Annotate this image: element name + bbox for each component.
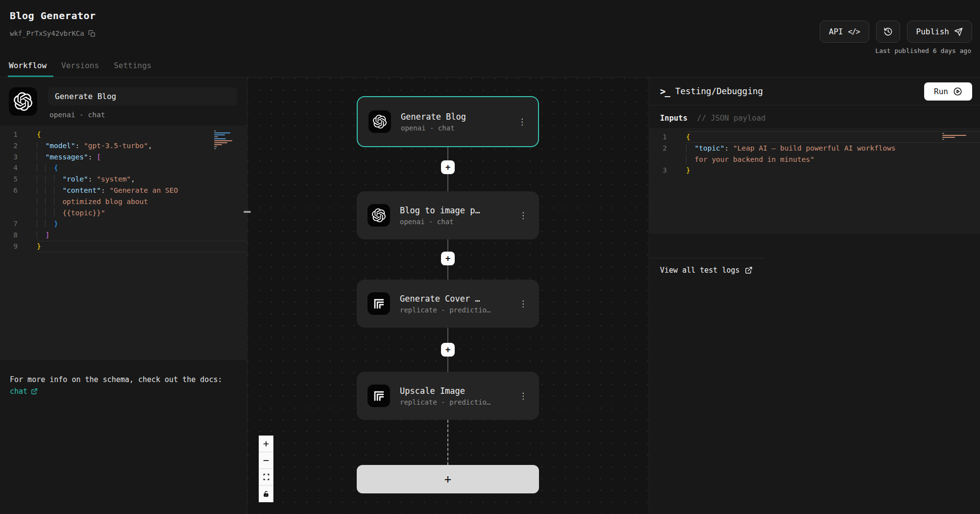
minimap bbox=[213, 128, 238, 152]
inputs-json-editor[interactable]: 1{2 "topic": "Leap AI — build powerful A… bbox=[649, 128, 980, 234]
openai-icon bbox=[368, 204, 390, 227]
workflow-id-text: wkf_PrTxSy42vbrKCa bbox=[10, 29, 84, 37]
add-step-button[interactable]: + bbox=[441, 160, 455, 174]
code-line: for your backend in minutes" bbox=[649, 154, 980, 165]
inputs-comment: // JSON payload bbox=[697, 114, 765, 123]
unlock-icon bbox=[263, 490, 270, 498]
workflow-canvas[interactable]: Generate Blog openai - chat ⋮ + Blog to … bbox=[247, 77, 649, 514]
plus-icon bbox=[262, 440, 270, 448]
run-button[interactable]: Run bbox=[924, 82, 972, 101]
code-line: 7 } bbox=[0, 218, 247, 230]
code-line: 6 "content": "Generate an SEO bbox=[0, 185, 247, 196]
api-button-label: API bbox=[829, 27, 843, 36]
run-button-label: Run bbox=[934, 87, 948, 96]
code-line: optimized blog about bbox=[0, 196, 247, 207]
code-line: 1{ bbox=[649, 131, 980, 143]
testing-panel-title: Testing/Debugging bbox=[675, 86, 763, 96]
terminal-prompt-icon: >_ bbox=[660, 86, 669, 97]
view-test-logs-link[interactable]: View all test logs bbox=[649, 258, 763, 282]
code-line: {{topic}}" bbox=[0, 207, 247, 219]
last-published-text: Last published 6 days ago bbox=[875, 47, 971, 54]
external-link-icon bbox=[745, 266, 753, 274]
send-icon bbox=[954, 27, 963, 36]
tab-versions[interactable]: Versions bbox=[61, 61, 99, 77]
code-line: 3 "messages": [ bbox=[0, 152, 247, 163]
node-menu-button[interactable]: ⋮ bbox=[518, 390, 528, 402]
zoom-in-button[interactable] bbox=[259, 436, 273, 452]
node-title: Generate Cover … bbox=[400, 294, 490, 304]
code-line: 2 "topic": "Leap AI — build powerful AI … bbox=[649, 143, 980, 154]
node-subtitle: replicate - predictio… bbox=[400, 306, 490, 314]
view-test-logs-label: View all test logs bbox=[660, 266, 740, 275]
code-line: 2 "model": "gpt-3.5-turbo", bbox=[0, 140, 247, 152]
fit-view-button[interactable] bbox=[259, 469, 273, 486]
tab-bar: Workflow Versions Settings bbox=[9, 61, 151, 77]
pending-edge-connector bbox=[447, 420, 448, 465]
external-link-icon bbox=[31, 388, 38, 395]
panel-resize-handle[interactable] bbox=[244, 211, 251, 213]
replicate-icon bbox=[368, 292, 390, 315]
docs-link[interactable]: chat bbox=[10, 386, 38, 397]
zoom-out-button[interactable] bbox=[259, 452, 273, 469]
code-line: 5 "role": "system", bbox=[0, 174, 247, 185]
app-header: Blog Generator wkf_PrTxSy42vbrKCa API </… bbox=[0, 0, 980, 77]
node-title-input[interactable] bbox=[48, 87, 237, 105]
copy-icon[interactable] bbox=[88, 30, 96, 37]
node-json-editor[interactable]: 1{2 "model": "gpt-3.5-turbo",3 "messages… bbox=[0, 126, 247, 360]
code-icon: </> bbox=[848, 27, 859, 36]
flow-node-generate-blog[interactable]: Generate Blog openai - chat ⋮ bbox=[357, 96, 539, 147]
inputs-label: Inputs bbox=[660, 114, 687, 123]
node-menu-button[interactable]: ⋮ bbox=[518, 298, 528, 310]
code-line: 3} bbox=[649, 165, 980, 176]
play-circle-icon bbox=[953, 87, 962, 96]
workflow-id: wkf_PrTxSy42vbrKCa bbox=[10, 29, 96, 37]
lock-button[interactable] bbox=[259, 486, 273, 502]
history-icon bbox=[883, 27, 893, 36]
add-step-button[interactable]: + bbox=[441, 343, 455, 357]
node-provider-label: openai - chat bbox=[49, 111, 237, 119]
openai-icon bbox=[368, 110, 391, 133]
api-button[interactable]: API </> bbox=[820, 21, 869, 43]
page-title: Blog Generator bbox=[10, 10, 96, 22]
minimap bbox=[941, 131, 971, 143]
publish-button[interactable]: Publish bbox=[907, 21, 972, 43]
add-node-button[interactable]: + bbox=[357, 465, 539, 493]
testing-panel: >_ Testing/Debugging Run Inputs // JSON … bbox=[649, 77, 980, 514]
code-line: 9} bbox=[0, 241, 247, 252]
fit-view-icon bbox=[263, 473, 270, 481]
node-subtitle: openai - chat bbox=[401, 124, 466, 132]
replicate-icon bbox=[368, 385, 390, 407]
schema-help-text: For more info on the schema, check out t… bbox=[0, 374, 247, 397]
minus-icon bbox=[262, 457, 270, 464]
code-line: 4 { bbox=[0, 162, 247, 174]
tab-settings[interactable]: Settings bbox=[114, 61, 151, 77]
history-button[interactable] bbox=[876, 21, 900, 43]
openai-icon bbox=[9, 87, 37, 116]
node-title: Generate Blog bbox=[401, 112, 466, 122]
tab-workflow[interactable]: Workflow bbox=[9, 61, 47, 77]
flow-node-generate-cover[interactable]: Generate Cover … replicate - predictio… … bbox=[357, 280, 539, 328]
node-subtitle: replicate - predictio… bbox=[400, 398, 490, 406]
inputs-header: Inputs // JSON payload bbox=[649, 105, 980, 128]
add-step-button[interactable]: + bbox=[441, 252, 455, 265]
node-title: Blog to image p… bbox=[400, 206, 480, 215]
publish-button-label: Publish bbox=[916, 27, 949, 36]
code-line: 1{ bbox=[0, 129, 247, 140]
flow-node-upscale-image[interactable]: Upscale Image replicate - predictio… ⋮ bbox=[357, 372, 539, 420]
node-title: Upscale Image bbox=[400, 386, 490, 396]
node-config-panel: openai - chat 1{2 "model": "gpt-3.5-turb… bbox=[0, 77, 247, 514]
node-menu-button[interactable]: ⋮ bbox=[518, 209, 528, 222]
node-subtitle: openai - chat bbox=[400, 218, 480, 226]
flow-node-blog-to-image[interactable]: Blog to image p… openai - chat ⋮ bbox=[357, 191, 539, 239]
canvas-controls bbox=[259, 436, 273, 502]
node-menu-button[interactable]: ⋮ bbox=[517, 116, 527, 128]
code-line: 8 ] bbox=[0, 230, 247, 241]
